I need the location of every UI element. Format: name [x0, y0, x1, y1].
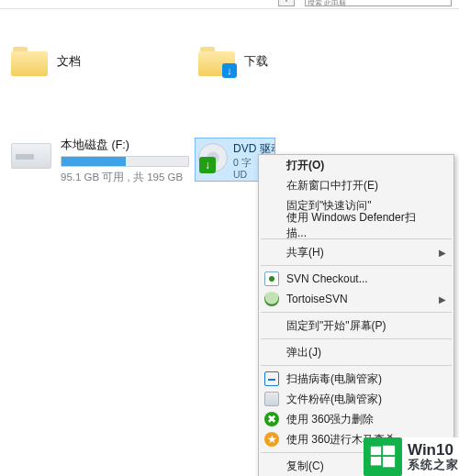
submenu-arrow-icon: ▶	[439, 294, 446, 304]
ctx-separator	[261, 338, 452, 339]
ctx-open[interactable]: 打开(O)	[259, 155, 453, 175]
ctx-windows-defender-scan[interactable]: 使用 Windows Defender扫描...	[259, 216, 453, 236]
watermark-line2: 系统之家	[408, 459, 459, 472]
folder-downloads-icon: ↓	[198, 47, 235, 76]
ctx-file-shred[interactable]: 文件粉碎(电脑管家)	[259, 389, 453, 409]
scan-icon	[264, 371, 279, 386]
ctx-svn-checkout[interactable]: SVN Checkout...	[259, 269, 453, 289]
search-box[interactable]: 搜索 此电脑	[305, 0, 452, 6]
svg-rect-0	[371, 447, 381, 455]
svn-icon	[264, 271, 279, 286]
drive-local-f[interactable]: 本地磁盘 (F:) 95.1 GB 可用 , 共 195 GB	[11, 138, 185, 184]
search-placeholder: 搜索 此电脑	[308, 0, 346, 6]
folder-documents[interactable]: 文档	[11, 39, 176, 84]
folder-label: 下载	[244, 53, 268, 70]
tortoise-icon	[264, 292, 279, 306]
watermark-text: Win10 系统之家	[408, 441, 459, 472]
address-dropdown[interactable]: ˅	[278, 0, 295, 6]
ctx-tortoisesvn[interactable]: TortoiseSVN▶	[259, 289, 453, 309]
ctx-share[interactable]: 共享(H)▶	[259, 242, 453, 262]
svg-rect-1	[383, 446, 395, 455]
watermark-line1: Win10	[408, 441, 459, 459]
360-scan-icon: ★	[264, 432, 279, 447]
disc-icon: ↓	[198, 143, 228, 172]
ctx-separator	[261, 312, 452, 313]
watermark: Win10 系统之家	[364, 437, 459, 476]
svg-rect-3	[383, 457, 395, 467]
drive-title: 本地磁盘 (F:)	[61, 138, 185, 153]
svg-rect-2	[371, 457, 381, 465]
ctx-separator	[261, 265, 452, 266]
ctx-separator	[261, 365, 452, 366]
submenu-arrow-icon: ▶	[439, 248, 446, 258]
capacity-bar	[61, 156, 189, 167]
context-menu: 打开(O) 在新窗口中打开(E) 固定到"快速访问" 使用 Windows De…	[258, 154, 454, 476]
ctx-open-new-window[interactable]: 在新窗口中打开(E)	[259, 175, 453, 195]
hdd-icon	[11, 143, 51, 169]
ctx-eject[interactable]: 弹出(J)	[259, 342, 453, 362]
drive-info: 本地磁盘 (F:) 95.1 GB 可用 , 共 195 GB	[61, 138, 185, 184]
ctx-scan-virus[interactable]: 扫描病毒(电脑管家)	[259, 369, 453, 389]
ctx-360-force-delete[interactable]: ✖使用 360强力删除	[259, 409, 453, 429]
drive-subtitle: 95.1 GB 可用 , 共 195 GB	[61, 171, 185, 184]
folder-downloads[interactable]: ↓ 下载	[198, 39, 364, 84]
shred-icon	[264, 392, 279, 406]
windows-logo-icon	[364, 437, 402, 476]
folder-label: 文档	[57, 53, 81, 70]
ctx-pin-to-start[interactable]: 固定到"开始"屏幕(P)	[259, 315, 453, 336]
360-delete-icon: ✖	[264, 412, 279, 426]
folder-icon	[11, 47, 48, 76]
